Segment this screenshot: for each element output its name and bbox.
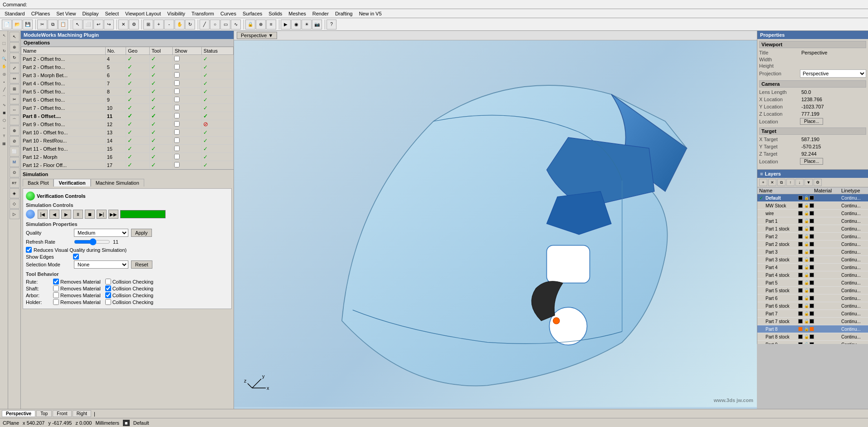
layer-lock-icon[interactable]: 🔓 xyxy=(804,265,809,270)
layer-lock-icon[interactable]: 🔓 xyxy=(804,288,809,293)
table-row[interactable]: Part 5 - Offset fro...8✓✓✓ xyxy=(21,88,234,96)
material-btn[interactable]: ◉ xyxy=(291,20,301,29)
layer-color[interactable] xyxy=(798,342,803,344)
sim-stop[interactable]: ⏹ xyxy=(85,210,95,219)
list-item[interactable]: Part 3 stock🔓Continu... xyxy=(757,256,868,264)
text-tool[interactable]: T xyxy=(0,132,8,139)
menu-drafting[interactable]: Drafting xyxy=(332,10,356,17)
window-tool[interactable]: ⬚ xyxy=(0,39,8,47)
layer-color[interactable] xyxy=(798,280,803,285)
layer-lock-icon[interactable]: 🔓 xyxy=(804,203,809,208)
mirror-tool[interactable]: ⇔ xyxy=(10,74,20,83)
layer-color[interactable] xyxy=(798,334,803,339)
layer-color[interactable] xyxy=(798,327,803,331)
redo-btn[interactable]: ↪ xyxy=(104,20,114,29)
table-row[interactable]: Part 12 - Floor Off...17✓✓✓ xyxy=(21,161,234,169)
layer-lock-icon[interactable]: 🔓 xyxy=(804,226,809,231)
rt-icon[interactable]: RT xyxy=(10,178,20,188)
rotate-btn[interactable]: ↻ xyxy=(185,20,195,29)
pan-tool[interactable]: ✋ xyxy=(0,63,8,70)
rute-removes-check[interactable] xyxy=(53,279,59,285)
sim-play[interactable]: ▶ xyxy=(61,210,71,219)
table-row[interactable]: Part 10 - Offset fro...13✓✓✓ xyxy=(21,128,234,137)
list-item[interactable]: Part 7 stock🔓Continu... xyxy=(757,318,868,325)
list-item[interactable]: Part 5 stock🔓Continu... xyxy=(757,287,868,294)
solid-tool[interactable]: ◼ xyxy=(0,109,8,116)
analysis-tool[interactable]: ⊙ xyxy=(10,167,20,177)
pan-btn[interactable]: ✋ xyxy=(175,20,185,29)
table-row[interactable]: Part 3 - Morph Bet...6✓✓✓ xyxy=(21,71,234,79)
properties-btn[interactable]: ⚙ xyxy=(129,20,139,29)
menu-curves[interactable]: Curves xyxy=(218,10,239,17)
layer-color[interactable] xyxy=(798,265,803,270)
op-show[interactable] xyxy=(173,153,202,161)
vp-tab-top[interactable]: Top xyxy=(36,410,52,417)
list-item[interactable]: Part 6🔓Continu... xyxy=(757,294,868,302)
layer-lock-icon[interactable]: 🔓 xyxy=(804,327,809,331)
zoom-tool[interactable]: 🔍 xyxy=(0,55,8,62)
trim-tool[interactable]: ✂ xyxy=(10,94,20,104)
sim-next[interactable]: ▶▶ xyxy=(108,210,118,219)
list-item[interactable]: Part 6 stock🔓Continu... xyxy=(757,302,868,310)
layer-color[interactable] xyxy=(798,288,803,293)
boolean-tool[interactable]: ⊕ xyxy=(10,126,20,136)
layer-lock-icon[interactable]: 🔓 xyxy=(804,311,809,316)
op-show[interactable] xyxy=(173,161,202,169)
point-tool[interactable]: • xyxy=(0,78,8,85)
view-tool[interactable]: ◎ xyxy=(0,70,8,78)
move-tool[interactable]: ⊕ xyxy=(10,42,20,52)
menu-render[interactable]: Render xyxy=(310,10,332,17)
layer-lock-icon[interactable]: 🔓 xyxy=(804,319,809,324)
layer-color[interactable] xyxy=(798,296,803,300)
target-place-button[interactable]: Place... xyxy=(800,158,823,165)
open-btn[interactable]: 📂 xyxy=(12,20,22,29)
sim-prev[interactable]: ◀ xyxy=(49,210,59,219)
layer-color[interactable] xyxy=(798,273,803,277)
layer-color[interactable] xyxy=(798,311,803,316)
op-show[interactable] xyxy=(173,88,202,96)
table-row[interactable]: Part 9 - Offset fro...12✓✓⊘ xyxy=(21,120,234,128)
sim-pause[interactable]: ⏸ xyxy=(73,210,83,219)
op-show[interactable] xyxy=(173,79,202,88)
dim-tool[interactable]: ↔ xyxy=(0,124,8,132)
shaft-collision-check[interactable] xyxy=(105,285,111,291)
layer-lock-icon[interactable]: 🔓 xyxy=(804,296,809,300)
list-item[interactable]: Part 8🔓Continu... xyxy=(757,325,868,333)
array-tool[interactable]: ⊞ xyxy=(10,84,20,94)
layer-color[interactable] xyxy=(798,319,803,324)
table-row[interactable]: Part 12 - Morph16✓✓✓ xyxy=(21,153,234,161)
tab-verification[interactable]: Verification xyxy=(54,179,90,187)
op-show[interactable] xyxy=(173,71,202,79)
layer-lock-icon[interactable]: 🔓 xyxy=(804,334,809,339)
layer-lock-icon[interactable]: 🔓 xyxy=(804,342,809,344)
layer-delete[interactable]: ✕ xyxy=(768,179,776,186)
snap-btn[interactable]: ⊕ xyxy=(256,20,266,29)
tab-machine-sim[interactable]: Machine Simulation xyxy=(91,179,144,187)
list-item[interactable]: Part 9🔓Continu... xyxy=(757,341,868,344)
layer-color[interactable] xyxy=(798,203,803,208)
table-row[interactable]: Part 7 - Offset fro...10✓✓✓ xyxy=(21,104,234,112)
selection-mode-select[interactable]: None Face xyxy=(74,260,128,269)
layer-up[interactable]: ↑ xyxy=(786,179,795,186)
camera-btn[interactable]: 📷 xyxy=(312,20,322,29)
list-item[interactable]: Part 8 stock🔓Continu... xyxy=(757,333,868,341)
menu-cplanes[interactable]: CPlanes xyxy=(29,10,53,17)
fast-rendering-check[interactable] xyxy=(26,247,32,253)
extra2[interactable]: ▷ xyxy=(10,209,20,219)
op-show[interactable] xyxy=(173,104,202,112)
list-item[interactable]: Part 2🔓Continu... xyxy=(757,233,868,240)
layer-lock-icon[interactable]: 🔓 xyxy=(804,250,809,254)
fillet-tool[interactable]: ⌒ xyxy=(10,115,20,125)
layer-lock-icon[interactable]: 🔓 xyxy=(804,257,809,262)
op-show[interactable] xyxy=(173,120,202,128)
scale-tool[interactable]: ⤢ xyxy=(10,63,20,73)
vp-tab-right[interactable]: Right xyxy=(73,410,91,417)
tab-backplot[interactable]: Back Plot xyxy=(23,179,54,187)
op-show[interactable] xyxy=(173,55,202,63)
copy-btn[interactable]: ⧉ xyxy=(48,20,58,29)
layer-filter[interactable]: ▼ xyxy=(805,179,813,186)
arc-tool[interactable]: ⌒ xyxy=(0,93,8,101)
layer-down[interactable]: ↓ xyxy=(795,179,804,186)
split-tool[interactable]: ⊘ xyxy=(10,136,20,146)
menu-meshes[interactable]: Meshes xyxy=(286,10,309,17)
